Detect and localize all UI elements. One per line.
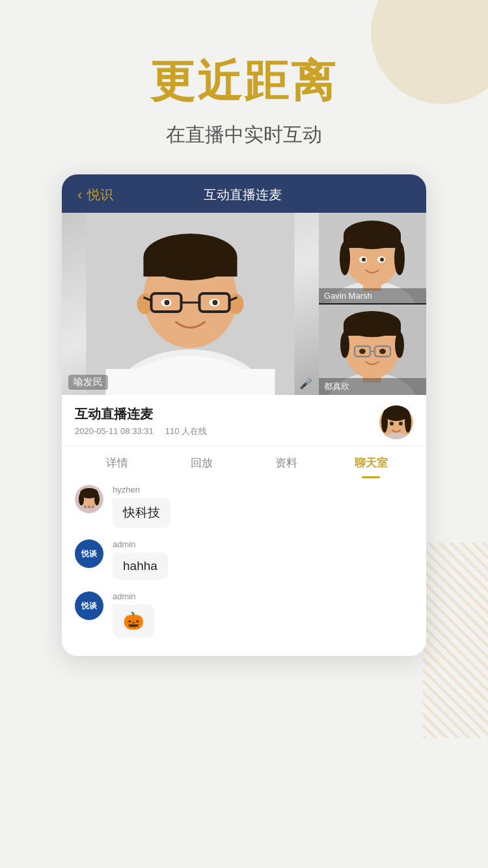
info-left: 互动直播连麦 2020-05-11 08:33:31 110 人在线	[75, 405, 207, 437]
tab-chatroom[interactable]: 聊天室	[329, 446, 413, 478]
tab-replay[interactable]: 回放	[159, 446, 244, 478]
svg-point-29	[362, 258, 366, 262]
svg-rect-24	[344, 235, 401, 248]
chat-avatar-3: 悦谈	[75, 591, 103, 620]
info-title: 互动直播连麦	[75, 405, 207, 423]
chat-list: hyzhen 快科技 悦谈 admin hahha 悦谈 admin 🎃	[62, 478, 426, 656]
host-avatar-svg	[379, 405, 413, 439]
logo-text-2: 悦谈	[81, 601, 97, 612]
info-online: 110 人在线	[165, 426, 207, 436]
main-title: 更近距离	[0, 52, 488, 111]
back-chevron-icon: ‹	[77, 187, 82, 204]
svg-point-54	[79, 493, 84, 506]
svg-point-16	[213, 300, 218, 305]
host-avatar	[379, 405, 413, 439]
topbar-home-label: 悦识	[87, 186, 113, 204]
topbar-title: 互动直播连麦	[204, 186, 282, 204]
svg-point-37	[340, 332, 349, 358]
svg-point-58	[92, 506, 94, 508]
chat-content-1: hyzhen 快科技	[113, 485, 170, 528]
chat-bubble-2: hahha	[113, 552, 168, 580]
svg-point-48	[390, 422, 394, 426]
chat-content-3: admin 🎃	[113, 591, 154, 638]
main-person-svg	[62, 213, 319, 395]
chat-username-3: admin	[113, 591, 154, 601]
svg-rect-18	[106, 369, 275, 395]
tab-materials[interactable]: 资料	[244, 446, 329, 478]
svg-point-30	[380, 258, 384, 262]
chat-avatar-2: 悦谈	[75, 539, 103, 568]
svg-rect-36	[344, 324, 401, 336]
info-meta: 2020-05-11 08:33:31 110 人在线	[75, 426, 207, 437]
logo-text: 悦谈	[81, 549, 97, 560]
chat-username-2: admin	[113, 539, 168, 549]
video-main: 喻发民 🎤	[62, 213, 319, 395]
phone-mockup: ‹ 悦识 互动直播连麦	[62, 174, 426, 656]
svg-rect-5	[144, 257, 237, 277]
svg-point-15	[165, 300, 170, 305]
info-date: 2020-05-11 08:33:31	[75, 426, 154, 436]
svg-point-56	[84, 506, 87, 508]
header-section: 更近距离 在直播中实时互动	[0, 0, 488, 148]
side-video1-label: Gavin Marsh	[319, 288, 426, 303]
main-video-person	[62, 213, 319, 395]
bg-decoration-stripes	[423, 543, 488, 738]
chat-bubble-1: 快科技	[113, 498, 170, 528]
svg-point-42	[359, 349, 366, 354]
video-grid: 喻发民 🎤	[62, 213, 426, 395]
side-video2-label: 都真欣	[319, 378, 426, 395]
svg-point-49	[399, 422, 403, 426]
mic-icon: 🎤	[299, 377, 312, 390]
svg-point-47	[405, 412, 411, 433]
sub-title: 在直播中实时互动	[0, 122, 488, 148]
info-row: 互动直播连麦 2020-05-11 08:33:31 110 人在线	[62, 395, 426, 446]
svg-point-55	[94, 493, 100, 506]
phone-topbar: ‹ 悦识 互动直播连麦	[62, 174, 426, 213]
main-video-label: 喻发民	[68, 375, 108, 390]
chat-item-3: 悦谈 admin 🎃	[75, 591, 413, 638]
svg-point-46	[381, 412, 388, 433]
chat-content-2: admin hahha	[113, 539, 168, 580]
chat-bubble-3: 🎃	[113, 604, 154, 638]
tabs-row: 详情 回放 资料 聊天室	[62, 446, 426, 478]
svg-point-57	[88, 506, 90, 508]
chat-avatar-1	[75, 485, 103, 513]
svg-point-25	[340, 241, 350, 275]
svg-point-38	[395, 332, 404, 358]
tab-details[interactable]: 详情	[75, 446, 159, 478]
chat-username-1: hyzhen	[113, 485, 170, 495]
back-button[interactable]: ‹ 悦识	[77, 186, 113, 204]
video-side: Gavin Marsh	[319, 213, 426, 395]
svg-point-26	[394, 241, 405, 275]
video-small-1: Gavin Marsh	[319, 213, 426, 303]
chat-item-2: 悦谈 admin hahha	[75, 539, 413, 580]
video-small-2: 都真欣	[319, 305, 426, 395]
chat-item-1: hyzhen 快科技	[75, 485, 413, 528]
svg-point-43	[379, 349, 386, 354]
